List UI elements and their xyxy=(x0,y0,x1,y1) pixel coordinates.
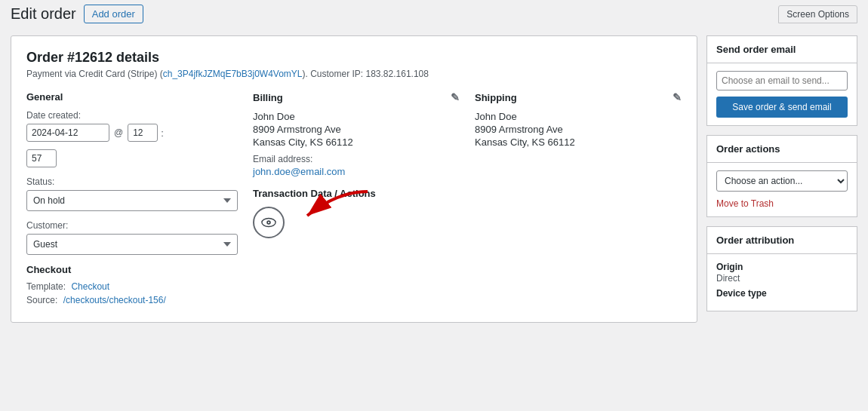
checkout-template-link[interactable]: Checkout xyxy=(71,281,109,292)
billing-email-link[interactable]: john.doe@email.com xyxy=(253,166,345,177)
payment-meta-end: ). Customer IP: 183.82.161.108 xyxy=(303,69,429,79)
billing-email-label: Email address: xyxy=(253,154,460,164)
origin-row: Origin Direct xyxy=(716,262,848,284)
send-email-card: Send order email Save order & send email xyxy=(706,35,857,126)
status-label: Status: xyxy=(26,176,238,187)
shipping-address1: 8909 Armstrong Ave xyxy=(475,124,682,135)
source-label: Source: xyxy=(26,295,57,305)
svg-point-2 xyxy=(268,222,269,223)
date-input[interactable] xyxy=(26,124,109,142)
billing-name: John Doe xyxy=(253,111,460,122)
order-attribution-title: Order attribution xyxy=(707,227,857,254)
send-email-title: Send order email xyxy=(707,36,857,63)
billing-edit-icon[interactable]: ✎ xyxy=(451,91,460,103)
billing-label: Billing xyxy=(253,92,283,103)
shipping-label: Shipping xyxy=(475,92,517,103)
payment-meta-text: Payment via Credit Card (Stripe) ( xyxy=(26,69,163,79)
save-send-button[interactable]: Save order & send email xyxy=(716,97,848,118)
shipping-name: John Doe xyxy=(475,111,682,122)
general-section-label: General xyxy=(26,91,63,103)
checkout-label: Checkout xyxy=(26,264,238,275)
checkout-template-row: Template: Checkout xyxy=(26,281,238,292)
transaction-label: Transaction Data / Actions xyxy=(253,188,460,199)
checkout-source-link[interactable]: /checkouts/checkout-156/ xyxy=(63,295,166,305)
billing-section: Billing ✎ John Doe 8909 Armstrong Ave Ka… xyxy=(253,91,460,308)
origin-value: Direct xyxy=(716,273,848,284)
customer-select[interactable]: Guest xyxy=(26,234,238,255)
minute-input[interactable] xyxy=(26,149,57,167)
device-type-label: Device type xyxy=(716,288,848,299)
main-panel: Order #12612 details Payment via Credit … xyxy=(11,35,697,323)
billing-city-state: Kansas City, KS 66112 xyxy=(253,136,460,148)
sidebar: Send order email Save order & send email… xyxy=(706,35,857,323)
page-title: Edit order xyxy=(11,5,76,23)
general-section: General Date created: @ : Status: On hol… xyxy=(26,91,238,308)
customer-label: Customer: xyxy=(26,220,238,231)
at-symbol: @ xyxy=(114,127,123,138)
hour-input[interactable] xyxy=(128,124,158,142)
device-type-row: Device type xyxy=(716,288,848,299)
order-actions-title: Order actions xyxy=(707,136,857,163)
status-select[interactable]: On hold Pending payment Processing Compl… xyxy=(26,190,238,211)
time-sep: : xyxy=(161,127,164,139)
origin-label: Origin xyxy=(716,262,848,272)
checkout-source-row: Source: /checkouts/checkout-156/ xyxy=(26,295,238,305)
stripe-link[interactable]: ch_3P4jfkJZMqE7bB3j0W4VomYL xyxy=(163,69,303,79)
shipping-edit-icon[interactable]: ✎ xyxy=(673,91,682,103)
view-transaction-button[interactable] xyxy=(253,207,285,238)
shipping-section: Shipping ✎ John Doe 8909 Armstrong Ave K… xyxy=(475,91,682,308)
eye-icon xyxy=(261,217,276,228)
order-actions-card: Order actions Choose an action... Move t… xyxy=(706,135,857,217)
billing-address1: 8909 Armstrong Ave xyxy=(253,124,460,135)
email-choose-input[interactable] xyxy=(716,71,848,90)
transaction-row xyxy=(253,207,460,238)
screen-options-button[interactable]: Screen Options xyxy=(778,5,857,23)
order-title: Order #12612 details xyxy=(26,50,682,66)
template-label: Template: xyxy=(26,281,66,292)
date-label: Date created: xyxy=(26,110,238,121)
order-action-select[interactable]: Choose an action... xyxy=(716,170,848,192)
add-order-button[interactable]: Add order xyxy=(84,5,143,23)
order-attribution-card: Order attribution Origin Direct Device t… xyxy=(706,226,857,311)
order-meta: Payment via Credit Card (Stripe) (ch_3P4… xyxy=(26,69,682,79)
shipping-city-state: Kansas City, KS 66112 xyxy=(475,136,682,148)
move-to-trash-link[interactable]: Move to Trash xyxy=(716,198,774,209)
